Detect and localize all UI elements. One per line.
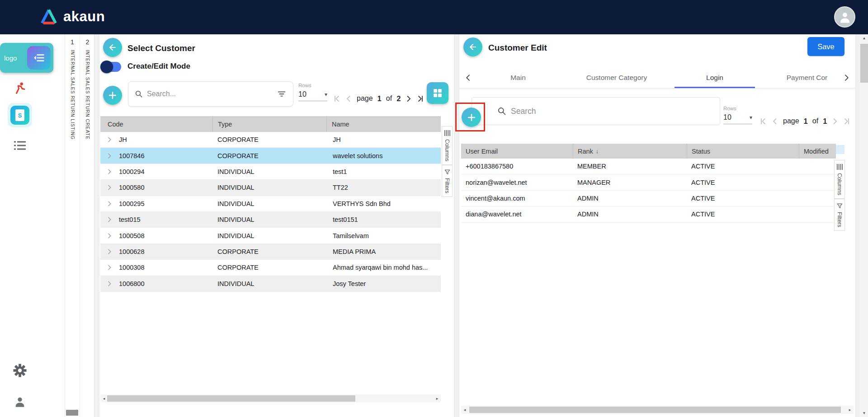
back-button[interactable] (463, 37, 482, 56)
customer-search-input[interactable] (147, 90, 273, 98)
vertical-tab-2[interactable]: 2 INTERNAL SALES RETURN CREATE (80, 34, 95, 417)
grid-view-button[interactable] (427, 82, 448, 104)
vertical-tab-1[interactable]: 1 INTERNAL SALES RETURN LISTING (65, 34, 80, 417)
customer-row[interactable]: 1007846CORPORATEwavelet solutions (100, 148, 441, 164)
last-page-button[interactable] (842, 117, 850, 126)
customer-row[interactable]: 1000295INDIVIDUALVERTHYS Sdn Bhd (100, 196, 441, 212)
strip-scrollbar-thumb[interactable] (66, 410, 78, 416)
filters-tab[interactable]: Filters (442, 165, 453, 197)
login-row[interactable]: vincent@akaun.comADMINACTIVE (461, 191, 836, 206)
horizontal-scrollbar[interactable]: ◂ ▸ (461, 406, 854, 414)
prev-page-button[interactable] (771, 117, 779, 126)
header-name[interactable]: Name (326, 116, 441, 132)
customer-row[interactable]: 1000628CORPORATEMEDIA PRIMA (100, 244, 441, 260)
columns-tab[interactable]: Columns (442, 126, 453, 165)
scrollbar-thumb[interactable] (860, 44, 868, 83)
cell-code: test015 (119, 216, 141, 223)
customer-row[interactable]: 1000580INDIVIDUALTT22 (100, 180, 441, 196)
add-customer-button[interactable] (103, 86, 122, 105)
last-page-button[interactable] (415, 94, 424, 103)
tab-main[interactable]: Main (477, 67, 559, 88)
filters-tab[interactable]: Filters (834, 199, 845, 231)
row-expand-icon[interactable] (106, 248, 113, 255)
header-modified[interactable]: Modified (799, 144, 836, 159)
user-avatar[interactable] (834, 6, 855, 28)
row-expand-icon[interactable] (106, 184, 113, 191)
row-expand-icon[interactable] (106, 152, 113, 159)
columns-tab[interactable]: Columns (834, 160, 845, 199)
header-user-email[interactable]: User Email (461, 144, 573, 159)
scroll-right-icon[interactable]: ▸ (434, 396, 441, 401)
cell-type: INDIVIDUAL (212, 232, 326, 239)
scrollbar-thumb[interactable] (469, 407, 841, 413)
scroll-up-icon[interactable]: ▲ (860, 34, 868, 42)
cell-code: JH (119, 136, 127, 143)
back-button[interactable] (103, 38, 122, 57)
tab-payment-config[interactable]: Payment Cor (755, 67, 837, 88)
add-login-button[interactable] (462, 108, 481, 127)
person-icon (14, 395, 26, 408)
header-code[interactable]: Code (100, 116, 212, 132)
tabs-scroll-left-button[interactable] (459, 67, 477, 88)
customer-row[interactable]: 1000308CORPORATEAhmad syarqawi bin mohd … (100, 260, 441, 276)
row-expand-icon[interactable] (106, 280, 113, 287)
list-icon (14, 141, 26, 150)
customer-row[interactable]: test015INDIVIDUALtest0151 (100, 212, 441, 228)
customer-row[interactable]: 1006800INDIVIDUALJosy Tester (100, 276, 441, 292)
header-status[interactable]: Status (687, 144, 799, 159)
customer-edit-panel: Customer Edit Save Main Customer Categor… (459, 34, 855, 417)
person-icon (838, 10, 852, 24)
login-search-input[interactable] (511, 107, 713, 116)
header-rank[interactable]: Rank ↓ (573, 144, 687, 159)
module-icon-active[interactable]: S (8, 103, 32, 127)
prev-page-button[interactable] (344, 94, 353, 103)
page: akaun logo (0, 0, 868, 417)
horizontal-scrollbar[interactable]: ◂ ▸ (100, 394, 441, 403)
scroll-down-icon[interactable]: ▼ (860, 409, 868, 417)
row-expand-icon[interactable] (106, 200, 113, 207)
header-type[interactable]: Type (212, 116, 326, 132)
cell-type: CORPORATE (212, 152, 326, 159)
first-page-button[interactable] (760, 117, 768, 126)
brand-name: akaun (63, 9, 105, 25)
row-expand-icon[interactable] (106, 136, 113, 143)
create-edit-mode-toggle[interactable] (101, 62, 121, 72)
customer-row[interactable]: 1000294INDIVIDUALtest1 (100, 164, 441, 180)
customer-row[interactable]: JHCORPORATEJH (100, 132, 441, 148)
scrollbar-thumb[interactable] (107, 395, 355, 402)
login-table-body: +600183867580MEMBERACTIVEnorizan@wavelet… (461, 159, 836, 223)
rows-select[interactable]: 10 ▾ (723, 113, 752, 124)
tab-customer-category[interactable]: Customer Category (559, 67, 675, 88)
sidebar-list-button[interactable] (14, 141, 26, 150)
menu-collapse-button[interactable] (27, 46, 51, 70)
next-page-button[interactable] (830, 117, 839, 126)
profile-button[interactable] (14, 395, 26, 408)
scroll-left-icon[interactable]: ◂ (100, 396, 108, 401)
next-page-button[interactable] (404, 94, 413, 103)
save-button[interactable]: Save (807, 37, 844, 56)
row-expand-icon[interactable] (106, 232, 113, 239)
cell-status: ACTIVE (687, 195, 799, 202)
columns-tab-label: Columns (444, 139, 450, 161)
filter-button[interactable] (277, 89, 287, 99)
login-row[interactable]: diana@wavelet.netADMINACTIVE (461, 206, 836, 222)
app-icon-red[interactable] (13, 81, 27, 95)
scroll-left-icon[interactable]: ◂ (461, 408, 468, 412)
page-number: 1 (377, 94, 382, 103)
settings-button[interactable] (13, 364, 27, 377)
login-row[interactable]: norizan@wavelet.netMANAGERACTIVE (461, 174, 836, 190)
toggle-label: Create/Edit Mode (127, 62, 190, 71)
rows-select[interactable]: 10 ▾ (298, 90, 327, 101)
row-expand-icon[interactable] (106, 216, 113, 223)
table-scroll-top-button[interactable] (835, 145, 844, 154)
row-expand-icon[interactable] (106, 264, 113, 271)
customer-row[interactable]: 1000508INDIVIDUALTamilselvam (100, 228, 441, 244)
first-page-button[interactable] (333, 94, 342, 103)
scroll-right-icon[interactable]: ▸ (846, 408, 854, 412)
tab-label: INTERNAL SALES RETURN LISTING (70, 50, 75, 140)
page-vertical-scrollbar[interactable]: ▲ ▼ (860, 34, 868, 417)
tab-login[interactable]: Login (675, 67, 755, 88)
login-row[interactable]: +600183867580MEMBERACTIVE (461, 159, 836, 174)
row-expand-icon[interactable] (106, 168, 113, 175)
tabs-scroll-right-button[interactable] (837, 67, 855, 88)
